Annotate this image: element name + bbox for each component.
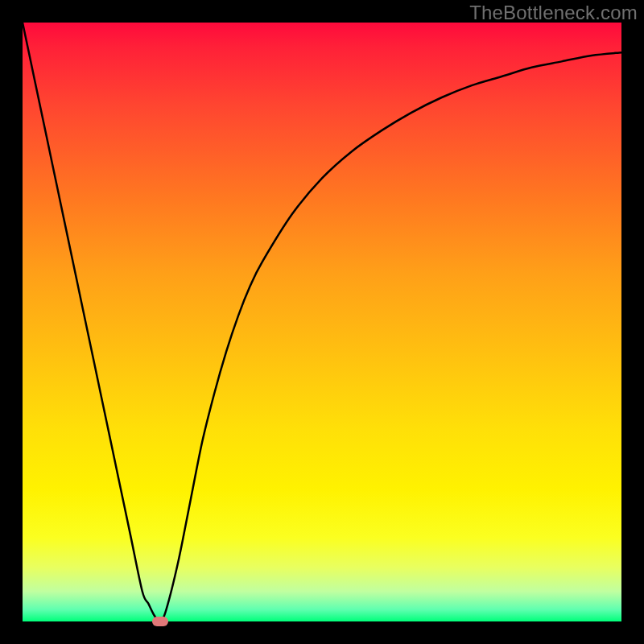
optimum-marker <box>152 617 168 626</box>
bottleneck-curve <box>23 23 621 621</box>
curve-path <box>23 23 621 621</box>
plot-area <box>23 23 621 621</box>
watermark-text: TheBottleneck.com <box>469 2 638 24</box>
chart-frame: TheBottleneck.com <box>0 0 644 644</box>
